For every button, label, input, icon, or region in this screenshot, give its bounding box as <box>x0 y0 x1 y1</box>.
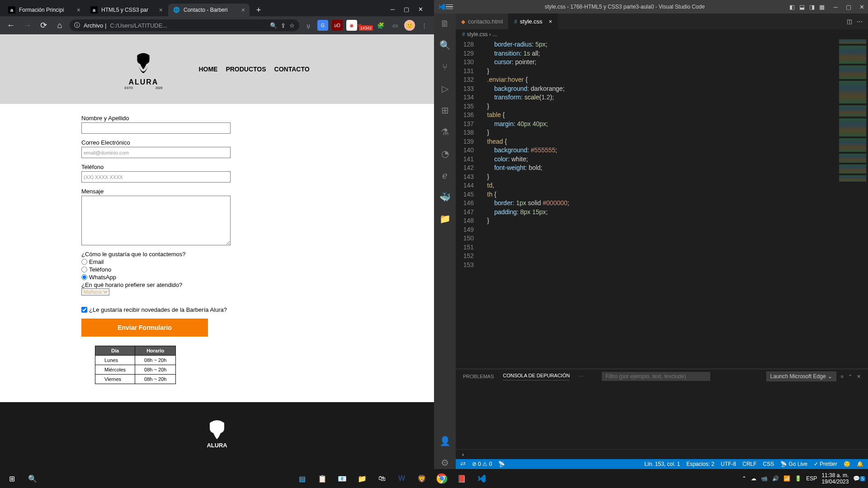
search-icon[interactable]: 🔍 <box>439 39 451 52</box>
radio-tower-icon[interactable]: 📡 <box>498 461 505 467</box>
menu-icon[interactable]: ⋮ <box>419 20 429 31</box>
reading-list-icon[interactable]: ▭ <box>390 20 401 31</box>
search-button[interactable]: 🔍 <box>24 469 42 488</box>
browser-tab-active[interactable]: 🌐 Contacto - Barberi × <box>168 4 250 16</box>
meet-now-icon[interactable]: 📹 <box>761 475 768 482</box>
status-line[interactable]: Lín. 153, col. 1 <box>644 461 680 467</box>
email-input[interactable] <box>81 147 231 158</box>
search-in-page-icon[interactable]: 🔍 <box>270 22 277 29</box>
close-icon[interactable]: × <box>159 6 163 14</box>
editor-tab-contacto[interactable]: ◆ contacto.html <box>456 14 509 29</box>
close-panel-icon[interactable]: ✕ <box>857 374 861 380</box>
browser-tab-2[interactable]: a HTML5 y CSS3 par × <box>86 4 167 16</box>
forward-button[interactable]: → <box>21 19 33 32</box>
language-indicator[interactable]: ESP <box>806 475 817 482</box>
docker-icon[interactable]: 🐳 <box>439 191 451 203</box>
settings-gear-icon[interactable]: ⚙ <box>439 456 451 469</box>
status-lang[interactable]: CSS <box>763 461 774 467</box>
notifications-icon[interactable]: 💬5 <box>853 475 865 482</box>
panel-right-icon[interactable]: ◨ <box>809 4 815 10</box>
nav-contacto[interactable]: CONTACTO <box>274 66 310 73</box>
explorer-icon[interactable]: 🗎 <box>439 17 451 30</box>
panel-left-icon[interactable]: ◧ <box>789 4 795 10</box>
minimap[interactable] <box>832 39 868 369</box>
browser-tab-1[interactable]: a Formación Principi × <box>4 4 85 16</box>
source-control-icon[interactable]: ⑂ <box>439 61 451 73</box>
editor-tab-style-active[interactable]: # style.css × <box>509 14 558 29</box>
reload-button[interactable]: ⟳ <box>37 19 50 32</box>
star-icon[interactable]: ☆ <box>289 22 295 29</box>
profile-avatar[interactable]: 🙂 <box>404 20 415 31</box>
page-content[interactable]: ALURA ESTD2020 HOME PRODUCTOS CONTACTO N… <box>0 34 434 469</box>
panel-body[interactable] <box>456 384 868 449</box>
home-button[interactable]: ⌂ <box>53 19 66 32</box>
radio-email[interactable] <box>81 259 87 265</box>
chrome-icon[interactable] <box>433 469 451 488</box>
extension-icon[interactable]: џ <box>303 20 314 31</box>
chevron-right-icon[interactable]: › <box>462 451 464 458</box>
close-tab-icon[interactable]: × <box>549 18 552 25</box>
word-icon[interactable]: W <box>393 469 411 488</box>
back-button[interactable]: ← <box>5 19 17 32</box>
minimize-icon[interactable]: ─ <box>834 4 838 10</box>
submit-button[interactable]: Enviar Formulario <box>81 319 208 337</box>
tab-consola[interactable]: CONSOLA DE DEPURACIÓN <box>503 373 570 380</box>
extension-icon[interactable]: ✉14342 <box>361 20 372 31</box>
extensions-icon[interactable]: ⊞ <box>439 104 451 117</box>
breadcrumb[interactable]: # style.css › ... <box>456 29 868 39</box>
acrobat-icon[interactable]: 📕 <box>453 469 471 488</box>
radio-telefono[interactable] <box>81 267 87 272</box>
brave-icon[interactable]: 🦁 <box>413 469 431 488</box>
close-icon[interactable]: × <box>77 6 80 14</box>
code-content[interactable]: border-radius: 5px; transition: 1s all; … <box>480 39 832 369</box>
status-eol[interactable]: CRLF <box>742 461 756 467</box>
puzzle-icon[interactable]: 🧩 <box>375 20 386 31</box>
go-live-button[interactable]: 📡 Go Live <box>780 461 807 467</box>
more-icon[interactable]: ⋯ <box>579 374 584 380</box>
translate-ext-icon[interactable]: G <box>317 20 328 31</box>
account-icon[interactable]: 👤 <box>439 435 451 447</box>
run-debug-icon[interactable]: ▷ <box>439 82 451 95</box>
clock[interactable]: 11:38 a. m. 19/04/2023 <box>821 472 849 485</box>
file-explorer-icon[interactable]: 📁 <box>353 469 371 488</box>
filter-input[interactable] <box>602 372 710 381</box>
nav-productos[interactable]: PRODUCTOS <box>226 66 266 73</box>
onedrive-icon[interactable]: ☁ <box>751 475 756 482</box>
clear-icon[interactable]: ≡ <box>841 374 844 379</box>
info-icon[interactable]: ⓘ <box>74 21 80 29</box>
close-icon[interactable]: ✕ <box>859 4 864 10</box>
phone-input[interactable] <box>81 171 231 183</box>
feedback-icon[interactable]: 🙂 <box>844 461 850 467</box>
minimize-icon[interactable]: ─ <box>391 6 395 13</box>
prettier-status[interactable]: ✓ Prettier <box>814 461 837 467</box>
taskbar-app-icon[interactable]: 📋 <box>313 469 331 488</box>
start-button[interactable]: ⊞ <box>3 469 21 488</box>
ublock-ext-icon[interactable]: uO <box>332 20 343 31</box>
extension-icon[interactable]: ◉ <box>346 20 357 31</box>
menu-icon[interactable] <box>446 5 453 9</box>
maximize-icon[interactable]: ▢ <box>846 4 851 10</box>
taskbar-app-icon[interactable]: ▤ <box>293 469 311 488</box>
collapse-icon[interactable]: ⌃ <box>848 374 852 380</box>
address-bar[interactable]: ⓘ Archivo | C:/Users/LATITUDE... 🔍 ⇪ ☆ <box>70 19 299 31</box>
new-tab-button[interactable]: + <box>252 4 265 16</box>
battery-icon[interactable]: 🔋 <box>795 475 802 482</box>
outlook-icon[interactable]: 📧 <box>333 469 351 488</box>
store-icon[interactable]: 🛍 <box>373 469 391 488</box>
layout-icon[interactable]: ▦ <box>819 4 825 10</box>
launch-select[interactable]: Launch Microsoft Edge⌄ <box>766 371 836 381</box>
code-editor[interactable]: 1281291301311321331341351361371381391401… <box>456 39 868 369</box>
vscode-taskbar-icon[interactable] <box>472 469 491 488</box>
wifi-icon[interactable]: 📶 <box>783 475 790 482</box>
name-input[interactable] <box>81 122 231 134</box>
schedule-select[interactable]: Mañana <box>81 288 109 296</box>
remote-icon[interactable]: ⮂ <box>460 461 466 467</box>
bell-icon[interactable]: 🔔 <box>857 461 863 467</box>
status-errors[interactable]: ⊘ 0 ⚠ 0 <box>472 461 492 467</box>
panel-bottom-icon[interactable]: ⬓ <box>799 4 805 10</box>
status-spaces[interactable]: Espacios: 2 <box>686 461 714 467</box>
project-icon[interactable]: 📁 <box>439 212 451 225</box>
message-textarea[interactable] <box>81 196 231 245</box>
close-icon[interactable]: × <box>241 6 245 14</box>
tray-chevron-icon[interactable]: ⌃ <box>742 475 746 482</box>
